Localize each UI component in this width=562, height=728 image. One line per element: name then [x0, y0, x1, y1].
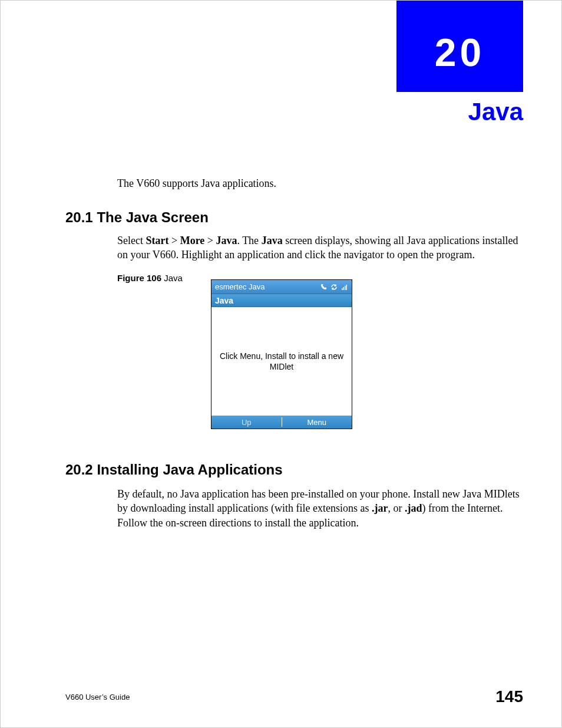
ext-jad: .jad: [405, 502, 422, 514]
footer-page-number: 145: [495, 687, 523, 706]
svg-rect-3: [346, 285, 348, 290]
status-title: esmertec Java: [215, 282, 265, 291]
footer-guide: V660 User’s Guide: [65, 693, 130, 701]
figure-label: Figure 106: [117, 273, 161, 283]
text: >: [204, 235, 216, 246]
section-20-1-paragraph: Select Start > More > Java. The Java scr…: [117, 233, 524, 262]
breadcrumb-start: Start: [146, 235, 168, 246]
section-heading-20-2: 20.2 Installing Java Applications: [65, 462, 283, 478]
phone-softkeys: Up Menu: [211, 416, 352, 429]
sync-icon: [330, 284, 338, 291]
status-icons: [320, 284, 348, 291]
text: . The: [237, 235, 261, 246]
figure-caption: Figure 106 Java: [117, 273, 183, 283]
phone-icon: [320, 284, 327, 291]
softkey-menu[interactable]: Menu: [282, 418, 352, 427]
figure-name: Java: [161, 273, 183, 283]
ext-jar: .jar: [372, 502, 388, 514]
breadcrumb-more: More: [180, 235, 205, 246]
svg-rect-1: [343, 287, 345, 290]
page: 20 Java The V660 supports Java applicati…: [0, 0, 562, 728]
java-bold: Java: [262, 235, 283, 246]
chapter-number-box: 20: [396, 1, 523, 92]
breadcrumb-java: Java: [216, 235, 237, 246]
phone-screenshot: esmertec Java Java Click Menu, Install t…: [211, 279, 352, 429]
svg-rect-2: [345, 286, 346, 290]
phone-title: Java: [215, 296, 233, 305]
section-heading-20-1: 20.1 The Java Screen: [65, 209, 209, 226]
svg-rect-0: [342, 288, 343, 290]
section-20-2-paragraph: By default, no Java application has been…: [117, 487, 524, 530]
signal-icon: [341, 284, 348, 291]
chapter-number: 20: [435, 33, 485, 72]
text: , or: [388, 502, 405, 514]
chapter-title: Java: [468, 98, 523, 126]
phone-body-text: Click Menu, Install to install a new MID…: [215, 351, 348, 372]
text: >: [168, 235, 180, 246]
text: Select: [117, 235, 146, 246]
softkey-up[interactable]: Up: [211, 418, 282, 427]
phone-body: Click Menu, Install to install a new MID…: [211, 307, 352, 416]
phone-statusbar: esmertec Java: [211, 280, 352, 294]
intro-paragraph: The V660 supports Java applications.: [117, 176, 500, 190]
phone-titlebar: Java: [211, 294, 352, 307]
